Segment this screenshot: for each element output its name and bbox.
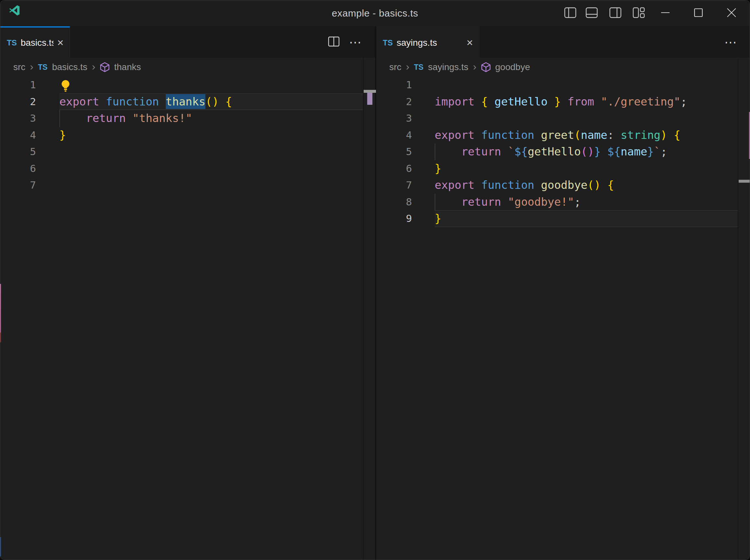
toggle-panel-icon[interactable] [585, 4, 599, 22]
breadcrumb-item-file[interactable]: basics.ts [52, 62, 87, 72]
code-token [501, 145, 508, 158]
line-number[interactable]: 5 [376, 143, 412, 160]
symbol-cube-icon [481, 62, 491, 72]
code-line-5[interactable]: return `${getHello()} ${name}`; [435, 143, 738, 160]
editor-group-divider[interactable] [375, 26, 376, 560]
line-number[interactable]: 5 [0, 143, 36, 160]
code-token [474, 178, 481, 192]
line-number[interactable]: 8 [376, 194, 412, 211]
code-line-4[interactable]: export function greet(name: string) { [435, 127, 738, 144]
code-token [601, 178, 607, 192]
line-number[interactable]: 3 [376, 110, 412, 127]
minimize-button[interactable] [658, 4, 672, 22]
typescript-file-icon: TS [7, 38, 17, 47]
breadcrumb-item-symbol[interactable]: thanks [114, 62, 141, 72]
tab-label: sayings.ts [397, 38, 437, 48]
code-line-7[interactable]: export function goodbye() { [435, 177, 738, 194]
line-number[interactable]: 9 [376, 210, 412, 227]
line-number[interactable]: 6 [376, 160, 412, 177]
breadcrumb-item-file[interactable]: sayings.ts [428, 62, 468, 72]
code-line-6[interactable]: } [435, 160, 738, 177]
line-number[interactable]: 7 [0, 177, 36, 194]
code-line-4[interactable]: } [59, 127, 363, 144]
code-token: name [621, 145, 647, 158]
drag-text-artifact [367, 93, 372, 105]
code-line-7[interactable] [59, 177, 363, 194]
code-line-3[interactable] [435, 110, 738, 127]
code-line-6[interactable] [59, 160, 363, 177]
customize-layout-icon[interactable] [632, 4, 646, 22]
code-line-2[interactable]: export function thanks() { [59, 94, 363, 110]
code-line-1[interactable] [435, 77, 738, 94]
code-line-5[interactable] [59, 143, 363, 160]
code-token [534, 128, 541, 141]
code-token: } [647, 145, 654, 158]
breadcrumb-item-symbol[interactable]: goodbye [495, 62, 530, 72]
line-number[interactable]: 2 [376, 94, 412, 110]
code-token: ( [574, 128, 581, 141]
chevron-right-icon: › [92, 61, 95, 72]
code-line-3[interactable]: return "thanks!" [59, 110, 363, 127]
close-tab-icon[interactable]: ✕ [57, 39, 64, 47]
breadcrumb-item-src[interactable]: src [389, 62, 401, 72]
code-token: ) [587, 145, 594, 158]
scrollbar-edge [738, 58, 738, 560]
toggle-primary-sidebar-icon[interactable] [563, 4, 577, 22]
editor-sayings-ts[interactable]: 123456789 import { getHello } from "./gr… [376, 76, 750, 560]
code-token: from [568, 95, 594, 108]
code-line-8[interactable]: return "goodbye!"; [435, 194, 738, 211]
editor-group-right: TS sayings.ts ✕ ⋯ src › TS sayings.ts › … [376, 26, 750, 560]
code-token [601, 145, 607, 158]
tab-sayings-ts[interactable]: TS sayings.ts ✕ [376, 26, 480, 58]
code-token [59, 112, 86, 125]
code-line-9[interactable]: } [435, 210, 738, 227]
code-token: import [435, 95, 474, 108]
line-number[interactable]: 1 [0, 77, 36, 94]
tabstrip-right: TS sayings.ts ✕ ⋯ [376, 26, 750, 58]
more-actions-icon[interactable]: ⋯ [349, 36, 362, 48]
code-line-1[interactable] [59, 77, 363, 94]
lightbulb-icon[interactable] [60, 79, 71, 92]
scrollbar-edge [363, 58, 364, 560]
code-token: ; [681, 95, 687, 108]
editor-group-left: TS basics.ts ✕ ⋯ src › TS basics.ts › th… [0, 26, 375, 560]
code-token: return [86, 112, 126, 125]
code-content[interactable]: export function thanks() { return "thank… [59, 77, 363, 194]
split-editor-icon[interactable] [328, 36, 340, 48]
line-number[interactable]: 4 [376, 127, 412, 144]
code-token: return [461, 195, 501, 208]
code-token: ( [205, 95, 212, 108]
code-token [614, 128, 621, 141]
code-token: getHello [528, 145, 581, 158]
maximize-button[interactable] [691, 4, 706, 22]
line-number[interactable]: 2 [0, 94, 36, 110]
code-token: function [481, 128, 534, 141]
more-actions-icon[interactable]: ⋯ [724, 36, 737, 48]
code-content[interactable]: import { getHello } from "./greeting";ex… [435, 77, 738, 227]
line-number[interactable]: 6 [0, 160, 36, 177]
code-token: ${ [514, 145, 528, 158]
chevron-right-icon: › [30, 61, 34, 72]
line-number[interactable]: 3 [0, 110, 36, 127]
tab-label: basics.ts [21, 38, 54, 48]
toggle-secondary-sidebar-icon[interactable] [608, 4, 623, 22]
code-line-2[interactable]: import { getHello } from "./greeting"; [435, 94, 738, 110]
line-number[interactable]: 7 [376, 177, 412, 194]
code-token [474, 95, 481, 108]
line-number[interactable]: 4 [0, 127, 36, 144]
breadcrumb-item-src[interactable]: src [13, 62, 25, 72]
tab-basics-ts[interactable]: TS basics.ts ✕ [0, 26, 70, 58]
indent-guide [435, 143, 435, 160]
code-token [126, 112, 133, 125]
line-number-gutter: 1234567 [0, 77, 36, 194]
breadcrumb: src › TS sayings.ts › goodbye [376, 58, 750, 76]
code-token: name [581, 128, 607, 141]
line-number[interactable]: 1 [376, 77, 412, 94]
editor-basics-ts[interactable]: 1234567 export function thanks() { retur… [0, 76, 375, 560]
screen-edge-artifact [0, 333, 1, 342]
code-token [594, 95, 601, 108]
indent-guide [59, 110, 60, 127]
close-tab-icon[interactable]: ✕ [466, 39, 473, 47]
close-window-button[interactable] [724, 4, 738, 22]
code-token: "thanks!" [133, 112, 192, 125]
